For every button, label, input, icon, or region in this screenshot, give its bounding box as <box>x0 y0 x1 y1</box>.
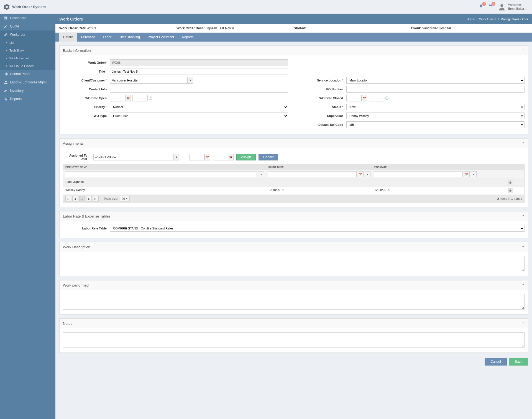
notifications-bell[interactable]: 7 <box>479 4 483 9</box>
service-location-select[interactable]: Main Location <box>346 77 525 84</box>
tab-purchase[interactable]: Purchase <box>77 33 99 42</box>
assigned-user-dropdown[interactable]: ▼ <box>173 154 179 160</box>
sidebar-item-labor[interactable]: Labor & Employee Mgmt <box>0 78 55 86</box>
cell-employee: Wiltsey Danny <box>63 187 266 195</box>
calendar-icon[interactable]: 📅 <box>125 95 131 101</box>
cell-end: 12/28/2018 <box>372 187 478 195</box>
sidebar-item-wo-closed[interactable]: WO To Be Closed <box>0 62 55 70</box>
col-employee[interactable]: EMPLOYEE NAME <box>63 164 266 170</box>
labor-rate-select[interactable]: COMFIRE STAND - Comfire Standard Rates <box>110 225 525 232</box>
assign-start-date[interactable] <box>189 154 204 160</box>
clock-icon[interactable]: 🕑 <box>148 95 153 101</box>
sidebar-item-label: Dashboard <box>10 16 26 20</box>
page-prev[interactable]: ◀ <box>72 196 78 201</box>
page-first[interactable]: ⏮ <box>65 196 71 201</box>
po-number-field[interactable] <box>346 86 525 93</box>
notes-header[interactable]: Notes ⌃ <box>60 319 528 328</box>
work-description-field[interactable] <box>63 256 525 271</box>
assign-end-date[interactable] <box>213 154 228 160</box>
tab-time-tracking[interactable]: Time Tracking <box>115 33 144 42</box>
calendar-icon[interactable]: 📅 <box>358 171 364 177</box>
user-menu[interactable]: Welcome, Brent Baker⌄ <box>498 3 527 11</box>
page-last[interactable]: ⏭ <box>93 196 99 201</box>
filter-start[interactable] <box>268 171 357 177</box>
assign-button[interactable]: Assign <box>236 154 256 160</box>
tab-labor[interactable]: Labor <box>99 33 115 42</box>
sidebar-item-dashboard[interactable]: Dashboard <box>0 14 55 22</box>
col-start[interactable]: START DATE <box>266 164 372 170</box>
basic-panel-header[interactable]: Basic Information ⌃ <box>60 46 528 55</box>
supervisor-select[interactable]: Danny Wiltsey <box>346 113 525 119</box>
clock-icon[interactable]: 🕑 <box>384 95 390 101</box>
assign-cancel-button[interactable]: Cancel <box>259 154 278 160</box>
table-row: Patel Jignesh 🗑 <box>63 178 524 186</box>
calendar-icon[interactable]: 📅 <box>464 171 470 177</box>
calendar-icon[interactable]: 📅 <box>228 154 234 160</box>
svg-point-0 <box>500 4 503 7</box>
trash-icon[interactable]: 🗑 <box>508 180 513 185</box>
sidebar-item-tech-entry[interactable]: Tech Entry <box>0 47 55 54</box>
sidebar-item-label: Tech Entry <box>9 49 24 52</box>
sidebar-item-list[interactable]: List <box>0 39 55 47</box>
label-tax-code: Default Tax Code <box>318 123 343 126</box>
page-1[interactable]: 1 <box>79 196 85 201</box>
pager: ⏮ ◀ 1 ▶ ⏭ Page size: 20 ▼ 2 items in 1 p… <box>63 195 524 203</box>
wo-type-select[interactable]: Fixed Price <box>110 113 288 119</box>
wo-closed-date[interactable] <box>346 95 362 101</box>
chevron-down-icon: ▼ <box>126 198 128 200</box>
assignments-panel: Assignments ⌃ Assigned To User ▼ 📅 📅 Ass… <box>59 138 528 207</box>
summary-desc: Work Order Desc: Jignesh Test Nov 9 <box>177 26 294 30</box>
status-select[interactable]: New <box>346 104 525 110</box>
logo-area[interactable]: Work Order System <box>0 0 55 14</box>
cell-start: 12/18/2018 <box>266 187 372 195</box>
tax-code-select[interactable]: MB <box>346 121 525 128</box>
notes-field[interactable] <box>63 332 525 348</box>
breadcrumb-home[interactable]: Home <box>467 17 475 21</box>
desc-header[interactable]: Work Description ⌃ <box>60 242 528 252</box>
perf-header[interactable]: Work performed ⌃ <box>60 280 528 290</box>
sidebar-item-inventory[interactable]: Inventory <box>0 86 55 95</box>
tab-reports[interactable]: Reports <box>178 33 197 42</box>
trash-icon[interactable]: 🗑 <box>508 188 513 193</box>
labor-rate-header[interactable]: Labor Rate & Expense Tables ⌃ <box>60 211 528 221</box>
sidebar-toggle[interactable] <box>55 0 66 14</box>
calendar-icon[interactable]: 📅 <box>362 95 367 101</box>
cancel-button[interactable]: Cancel <box>485 358 507 366</box>
work-performed-field[interactable] <box>63 294 525 310</box>
client-field[interactable] <box>110 77 187 84</box>
calendar-button[interactable]: 7 <box>488 4 493 9</box>
title-field[interactable] <box>110 68 288 75</box>
workorder-submenu: List Tech Entry WO Active List WO To Be … <box>0 39 55 70</box>
col-end[interactable]: END DATE <box>372 164 478 170</box>
contact-field[interactable] <box>110 86 288 93</box>
tab-details[interactable]: Details <box>59 33 77 42</box>
filter-end[interactable] <box>374 171 463 177</box>
wo-closed-time[interactable] <box>369 95 384 101</box>
assigned-user-field[interactable] <box>93 154 173 160</box>
sidebar-item-control-panel[interactable]: Control Panel <box>0 70 55 78</box>
filter-emp[interactable] <box>65 171 257 177</box>
tab-project-document[interactable]: Project Document <box>144 33 178 42</box>
sidebar-item-label: Labor & Employee Mgmt <box>10 80 47 84</box>
sidebar-item-quote[interactable]: Quote <box>0 22 55 30</box>
sidebar-item-wo-active[interactable]: WO Active List <box>0 54 55 62</box>
calendar-icon[interactable]: 📅 <box>204 154 210 160</box>
save-button[interactable]: Save <box>509 358 528 366</box>
breadcrumb-mid[interactable]: Work Orders <box>479 17 496 21</box>
priority-select[interactable]: Normal <box>110 104 288 110</box>
page-next[interactable]: ▶ <box>86 196 92 201</box>
edit-icon <box>4 24 8 28</box>
page-size-select[interactable]: 20 ▼ <box>120 196 130 201</box>
basic-panel: Basic Information ⌃ Work Order# Title* C… <box>59 45 528 134</box>
wo-open-time[interactable] <box>132 95 148 101</box>
wo-open-date[interactable] <box>110 95 125 101</box>
sidebar-item-workorder[interactable]: Workorder <box>0 30 55 39</box>
filter-icon[interactable]: ▾ <box>471 171 477 177</box>
panel-title: Assignments <box>63 141 83 145</box>
client-dropdown[interactable]: ▼ <box>187 77 193 84</box>
assignments-panel-header[interactable]: Assignments ⌃ <box>60 139 528 148</box>
sidebar-item-reports[interactable]: Reports <box>0 95 55 103</box>
user-icon <box>4 80 8 84</box>
filter-icon[interactable]: ▾ <box>365 171 370 177</box>
filter-icon[interactable]: ▾ <box>258 171 264 177</box>
